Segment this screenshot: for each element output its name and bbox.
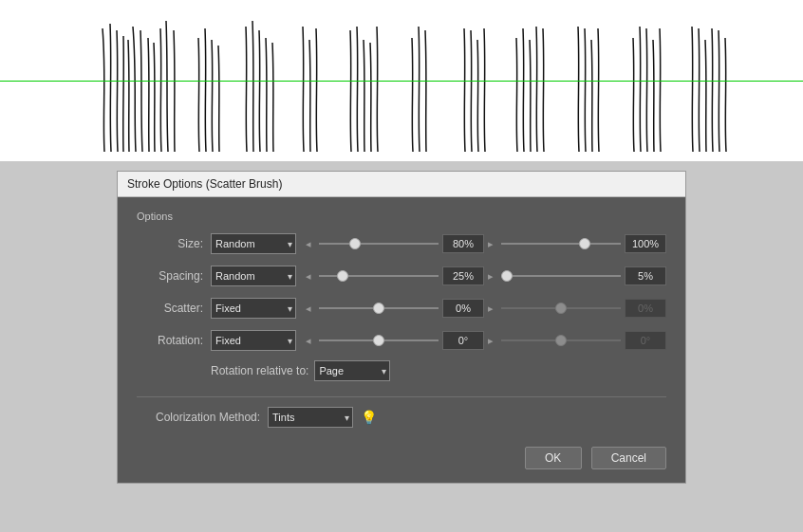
rotation-right-arrow-icon: ▸ bbox=[488, 335, 494, 347]
rotation-dropdown-wrapper[interactable]: Fixed Random Pressure bbox=[211, 330, 296, 351]
rotation-relative-dropdown-wrapper[interactable]: Page Path bbox=[314, 360, 390, 381]
rotation-slider-min[interactable] bbox=[319, 339, 439, 341]
rotation-max-thumb bbox=[555, 335, 567, 346]
scatter-label: Scatter: bbox=[137, 302, 203, 315]
size-dropdown[interactable]: Fixed Random Pressure bbox=[211, 233, 296, 254]
scatter-slider-max bbox=[501, 307, 621, 309]
size-min-thumb[interactable] bbox=[349, 238, 361, 249]
spacing-dropdown[interactable]: Fixed Random Pressure bbox=[211, 266, 296, 286]
colorization-dropdown[interactable]: None Tints Tints and Shades Hue Shift bbox=[268, 407, 353, 428]
scatter-max-thumb bbox=[555, 303, 567, 314]
tip-icon[interactable]: 💡 bbox=[361, 410, 377, 425]
scatter-max-value: 0% bbox=[625, 299, 666, 318]
size-left-arrow-icon: ◂ bbox=[306, 238, 311, 250]
rotation-relative-row: Rotation relative to: Page Path bbox=[211, 360, 666, 381]
size-right-arrow-icon: ▸ bbox=[488, 238, 494, 250]
size-min-value[interactable]: 80% bbox=[442, 234, 484, 253]
rotation-slider-section: ◂ 0° ▸ 0° bbox=[302, 331, 666, 350]
button-row: OK Cancel bbox=[137, 443, 666, 469]
size-slider-section: ◂ 80% ▸ 100% bbox=[302, 234, 666, 253]
colorization-label: Colorization Method: bbox=[156, 411, 260, 424]
ok-button[interactable]: OK bbox=[525, 447, 582, 469]
rotation-left-arrow-icon: ◂ bbox=[306, 335, 311, 347]
size-slider-max[interactable] bbox=[501, 243, 621, 245]
scatter-brush-dialog: Stroke Options (Scatter Brush) Options S… bbox=[117, 171, 686, 484]
size-dropdown-wrapper[interactable]: Fixed Random Pressure bbox=[211, 233, 296, 254]
dialog-title: Stroke Options (Scatter Brush) bbox=[118, 172, 685, 197]
size-max-thumb[interactable] bbox=[579, 238, 590, 249]
rotation-row: Rotation: Fixed Random Pressure ◂ 0° ▸ bbox=[137, 328, 666, 353]
guide-line bbox=[0, 81, 803, 82]
colorization-row: Colorization Method: None Tints Tints an… bbox=[156, 407, 666, 428]
separator bbox=[137, 396, 666, 397]
size-max-value[interactable]: 100% bbox=[625, 234, 666, 253]
scatter-slider-min[interactable] bbox=[319, 307, 439, 309]
rotation-min-thumb[interactable] bbox=[373, 335, 384, 346]
scatter-min-thumb[interactable] bbox=[373, 303, 384, 314]
spacing-min-value[interactable]: 25% bbox=[442, 266, 484, 285]
spacing-slider-section: ◂ 25% ▸ 5% bbox=[302, 266, 666, 285]
spacing-max-thumb[interactable] bbox=[501, 270, 513, 282]
size-row: Size: Fixed Random Pressure ◂ 80% ▸ bbox=[137, 231, 666, 256]
spacing-label: Spacing: bbox=[137, 269, 203, 283]
scatter-dropdown-wrapper[interactable]: Fixed Random Pressure bbox=[211, 298, 296, 319]
spacing-max-value[interactable]: 5% bbox=[625, 266, 666, 285]
rotation-label: Rotation: bbox=[137, 334, 203, 347]
size-label: Size: bbox=[137, 237, 203, 250]
spacing-right-arrow-icon: ▸ bbox=[488, 270, 494, 283]
scatter-slider-section: ◂ 0% ▸ 0% bbox=[302, 299, 666, 318]
spacing-left-arrow-icon: ◂ bbox=[306, 270, 311, 283]
brush-preview bbox=[0, 0, 803, 161]
size-slider-min[interactable] bbox=[319, 243, 439, 245]
rotation-min-value[interactable]: 0° bbox=[442, 331, 484, 350]
rotation-relative-dropdown[interactable]: Page Path bbox=[314, 360, 390, 381]
colorization-dropdown-wrapper[interactable]: None Tints Tints and Shades Hue Shift bbox=[268, 407, 353, 428]
scatter-left-arrow-icon: ◂ bbox=[306, 303, 311, 315]
spacing-slider-max[interactable] bbox=[501, 275, 621, 277]
scatter-min-value[interactable]: 0% bbox=[442, 299, 484, 318]
spacing-dropdown-wrapper[interactable]: Fixed Random Pressure bbox=[211, 266, 296, 286]
rotation-dropdown[interactable]: Fixed Random Pressure bbox=[211, 330, 296, 351]
scatter-right-arrow-icon: ▸ bbox=[488, 303, 494, 315]
rotation-max-value: 0° bbox=[625, 331, 666, 350]
spacing-slider-min[interactable] bbox=[319, 275, 439, 277]
spacing-row: Spacing: Fixed Random Pressure ◂ 25% ▸ bbox=[137, 264, 666, 288]
cancel-button[interactable]: Cancel bbox=[591, 447, 666, 469]
scatter-row: Scatter: Fixed Random Pressure ◂ 0% ▸ bbox=[137, 296, 666, 321]
scatter-dropdown[interactable]: Fixed Random Pressure bbox=[211, 298, 296, 319]
options-section-label: Options bbox=[137, 211, 666, 222]
rotation-relative-label: Rotation relative to: bbox=[211, 364, 308, 377]
rotation-slider-max bbox=[501, 339, 621, 341]
spacing-min-thumb[interactable] bbox=[337, 270, 348, 282]
